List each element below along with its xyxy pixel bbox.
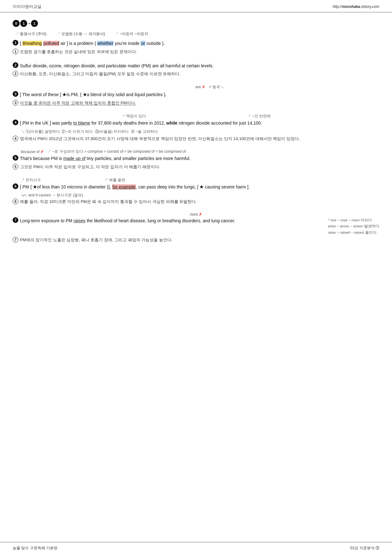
bullet-3: 3 <box>13 91 18 97</box>
annotation-while: ↗ ~인 반면에 <box>247 114 271 119</box>
annotation-blame: ↗ 책임이 있다 <box>121 114 146 119</box>
page-footer: 농물 맞수 구문독해 기본편 01강 지문분석 ③ <box>0 542 392 554</box>
annotation-result-text: ↘=, and it causes → 분사구문 (결과) <box>21 193 83 197</box>
sentence-block-4: 4 [ PM in the UK ] was partly to blame f… <box>13 120 379 144</box>
ko-text-5: 그것은 PM이 아주 작은 입자로 구성되고, 더 작은 입자가 더 해롭기 때… <box>20 164 160 170</box>
en-text-2: Sulfur dioxide, ozone, nitrogen dioxide,… <box>20 62 213 70</box>
ko-text-3: 이것들 중 최악은 아주 작은 고체와 액체 입자의 혼합인 PM이다. <box>20 100 136 107</box>
sentence-ko-4: 4 영국에서 PM이 2012년 그곳에서의 37,800건의 조기 사망에 대… <box>13 136 379 144</box>
badge-2: 1 <box>31 20 38 27</box>
sentence-en-5: 5 That's because PM is made up of tiny p… <box>13 155 379 163</box>
bullet-4: 4 <box>13 120 18 125</box>
sentence-block-2: 2 Sulfur dioxide, ozone, nitrogen dioxid… <box>13 62 379 79</box>
ko-text-2: 이산화황, 오존, 이산화질소, 그리고 미립자 물질(PM) 모두 일정 수준… <box>20 71 181 77</box>
sentence-en-7: 7 Long-term exposure to PM raises the li… <box>13 217 379 237</box>
ko-text-7: PM에의 장기적인 노출은 심장병, 폐나 호흡기 장애, 그리고 폐암의 가능… <box>20 237 172 243</box>
annotation-because: because of ✗ ↗ ~로 구성되어 있다 = comprise = c… <box>21 149 379 154</box>
bullet-ko-2: 2 <box>13 71 18 77</box>
badge-0: 0 <box>13 20 20 27</box>
sentence-block-1: 1 [ Breathing polluted air ] is a proble… <box>13 40 379 57</box>
sentence-en-1: 1 [ Breathing polluted air ] is a proble… <box>13 40 379 48</box>
bullet-6: 6 <box>13 183 18 189</box>
annotation-compose: ↗ ~로 구성되어 있다 = comprise = consist of = b… <box>47 149 186 154</box>
sentence-ko-3: 3 이것들 중 최악은 아주 작은 고체와 액체 입자의 혼합인 PM이다. <box>13 100 379 108</box>
annotation-rises: rises ✗ <box>13 212 379 217</box>
sentence-ko-5: 5 그것은 PM이 아주 작은 입자로 구성되고, 더 작은 입자가 더 해롭기… <box>13 164 379 172</box>
sentence-ko-2: 2 이산화황, 오존, 이산화질소, 그리고 미립자 물질(PM) 모두 일정 … <box>13 71 379 79</box>
bullet-ko-7: 7 <box>13 237 18 243</box>
grammar-tag-2: 오염된 (수동 → 과거분사) <box>57 31 105 37</box>
header-url: http://moruhaka.tistory.com <box>333 4 379 9</box>
annotation-are-text: are ✗ ↗ 동격↘ <box>168 84 224 90</box>
bullet-ko-6: 6 <box>13 199 18 204</box>
bullet-ko-3: 3 <box>13 100 18 106</box>
bullet-ko-1: 1 <box>13 49 18 54</box>
dash: - <box>28 20 30 27</box>
badge-1: 1 <box>20 20 27 27</box>
annotation-blame-row: ↗ 책임이 있다 ↗ ~인 반면에 <box>13 114 379 119</box>
lesson-title: 0 1 - 1 <box>13 20 379 27</box>
sentence-en-6: 6 [ PM { ★of less than 10 microns in dia… <box>13 183 379 192</box>
main-content: 0 1 - 1 동명사구 (주어) 오염된 (수동 → 과거분사) ~이든지 ~… <box>0 12 392 263</box>
annotation-account-text: ↘ ①(이유를) 설명하다 ②~의 이유가 되다 ③(비율을) 차지하다 ④ ~… <box>21 129 158 134</box>
annotation-account: ↘ ①(이유를) 설명하다 ②~의 이유가 되다 ③(비율을) 차지하다 ④ ~… <box>21 129 379 134</box>
header-url-suffix: .tistory.com <box>360 4 379 9</box>
ko-text-1: 오염된 공기를 호흡하는 것은 실내에 있든 외부에 있든 문제이다. <box>20 49 137 55</box>
bullet-2: 2 <box>13 62 18 68</box>
header-url-bold: moruhaka <box>342 4 360 9</box>
en-text-5: That's because PM is made up of tiny par… <box>20 155 191 163</box>
sentence-ko-6: 6 예를 들어, 직경 10미크론 미만의 PM은 폐 속 깊이까지 통과할 수… <box>13 199 379 206</box>
footer-left: 농물 맞수 구문독해 기본편 <box>13 545 58 551</box>
page-header: 지이다영어교실 http://moruhaka.tistory.com <box>0 0 392 12</box>
annotation-example-text: ↗ 예를 들면 <box>104 177 125 183</box>
ko-text-4: 영국에서 PM이 2012년 그곳에서의 37,800건의 조기 사망에 대해 … <box>20 136 300 142</box>
bullet-1: 1 <box>13 40 18 46</box>
bullet-5: 5 <box>13 155 18 161</box>
grammar-tag-3: ~이든지 ~이든지 <box>115 31 148 37</box>
sentence-ko-1: 1 오염된 공기를 호흡하는 것은 실내에 있든 외부에 있든 문제이다. <box>13 49 379 57</box>
annotation-rises-text: rises ✗ <box>190 212 202 217</box>
annotation-result: ↘=, and it causes → 분사구문 (결과) <box>21 193 379 198</box>
annotation-because-cross: because of ✗ <box>21 150 44 154</box>
grammar-tag-1: 동명사구 (주어) <box>15 31 46 37</box>
rise-table: * rise − rose − risen 자라다 arise − arose … <box>328 217 379 236</box>
header-url-prefix: http:// <box>333 4 342 9</box>
sentence-en-3: 3 [ The worst of these ] ★is PM, { ★a bl… <box>13 91 379 99</box>
sentence-en-4: 4 [ PM in the UK ] was partly to blame f… <box>13 120 379 128</box>
en-text-3: [ The worst of these ] ★is PM, { ★a blen… <box>20 91 167 99</box>
en-text-1: [ Breathing polluted air ] is a problem … <box>20 40 165 47</box>
en-text-4: [ PM in the UK ] was partly to blame for… <box>20 120 262 127</box>
sentence-block-6: 6 [ PM { ★of less than 10 microns in dia… <box>13 183 379 206</box>
bullet-ko-4: 4 <box>13 136 18 141</box>
footer-right: 01강 지문분석 ③ <box>350 545 379 551</box>
sentence-block-3: 3 [ The worst of these ] ★is PM, { ★a bl… <box>13 91 379 108</box>
annotation-are: are ✗ ↗ 동격↘ <box>13 84 379 90</box>
bullet-ko-5: 5 <box>13 164 18 169</box>
sentence-block-7: 7 Long-term exposure to PM raises the li… <box>13 217 379 245</box>
bullet-7: 7 <box>13 217 18 223</box>
sentence-block-5: 5 That's because PM is made up of tiny p… <box>13 155 379 172</box>
sentence-ko-7: 7 PM에의 장기적인 노출은 심장병, 폐나 호흡기 장애, 그리고 폐암의 … <box>13 237 379 245</box>
sentence-en-2: 2 Sulfur dioxide, ozone, nitrogen dioxid… <box>13 62 379 71</box>
grammar-row: 동명사구 (주어) 오염된 (수동 → 과거분사) ~이든지 ~이든지 <box>13 31 379 37</box>
annotation-preposition-text: ↗ 전치사구 <box>21 177 41 183</box>
header-school-name: 지이다영어교실 <box>13 4 41 9</box>
ko-text-6: 예를 들어, 직경 10미크론 미만의 PM은 폐 속 깊이까지 통과할 수 있… <box>20 199 197 205</box>
annotation-preposition: ↗ 전치사구 ↗ 예를 들면 <box>21 177 379 183</box>
en-text-6: [ PM { ★of less than 10 microns in diame… <box>20 183 250 191</box>
en-text-7: Long-term exposure to PM raises the like… <box>20 217 379 236</box>
